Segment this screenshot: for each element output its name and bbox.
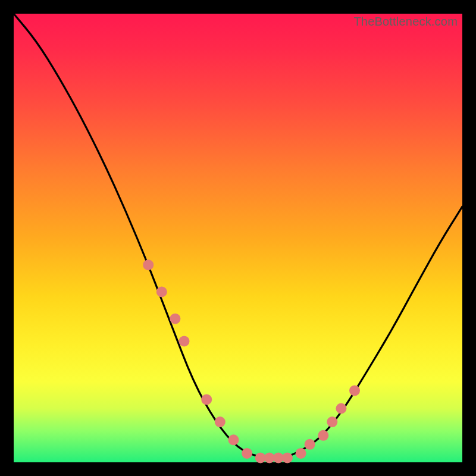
data-marker	[349, 385, 360, 396]
data-marker	[228, 434, 239, 445]
data-marker	[282, 453, 293, 464]
data-marker	[143, 259, 154, 270]
chart-frame: TheBottleneck.com	[0, 0, 476, 476]
data-marker	[296, 448, 306, 459]
plot-area: TheBottleneck.com	[14, 14, 462, 462]
data-marker	[156, 287, 167, 298]
data-marker	[305, 439, 315, 450]
data-marker	[242, 448, 252, 459]
data-marker	[336, 403, 346, 414]
data-marker	[215, 416, 226, 427]
data-marker	[318, 430, 328, 441]
data-marker	[201, 394, 212, 405]
bottleneck-curve	[14, 14, 462, 458]
data-marker	[327, 416, 337, 427]
curve-layer	[14, 14, 462, 462]
marker-group	[143, 259, 360, 463]
data-marker	[179, 336, 190, 346]
data-marker	[170, 314, 180, 324]
